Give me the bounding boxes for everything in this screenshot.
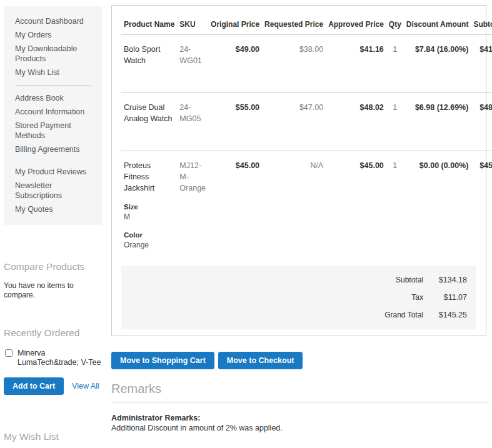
view-all-link[interactable]: View All (72, 382, 99, 391)
header-requested-price: Requested Price (262, 14, 326, 35)
wishlist-title: My Wish List (4, 431, 102, 442)
product-option-size: Size M (124, 202, 174, 222)
nav-divider (15, 85, 91, 86)
totals-row-grand-total: Grand Total $145.25 (121, 306, 476, 324)
cell-qty: 1 (386, 35, 404, 93)
header-sku: SKU (177, 14, 208, 35)
option-value: Orange (124, 241, 174, 250)
cell-approved-price: $41.16 (326, 35, 386, 93)
sidebar-item-my-product-reviews[interactable]: My Product Reviews (4, 165, 102, 179)
sidebar-item-my-quotes[interactable]: My Quotes (4, 202, 102, 216)
cell-requested-price: $47.00 (262, 93, 326, 151)
table-header-row: Product Name SKU Original Price Requeste… (121, 14, 492, 35)
totals-label: Grand Total (384, 311, 423, 319)
header-product-name: Product Name (121, 14, 177, 35)
table-row: Cruise Dual Analog Watch 24-MG05 $55.00 … (121, 93, 492, 151)
quote-items-table: Product Name SKU Original Price Requeste… (121, 14, 492, 257)
left-column: Account Dashboard My Orders My Downloada… (4, 0, 102, 448)
totals-row-tax: Tax $11.07 (121, 289, 476, 306)
cell-sku: MJ12-M-Orange (177, 151, 208, 258)
cell-product-name: Proteus Fitness Jackshirt Size M Color O… (121, 151, 177, 258)
quote-actions: Move to Shopping Cart Move to Checkout (111, 352, 489, 369)
sidebar-item-address-book[interactable]: Address Book (4, 91, 102, 105)
cell-approved-price: $48.02 (326, 93, 386, 151)
account-nav: Account Dashboard My Orders My Downloada… (4, 6, 102, 225)
compare-products-empty-text: You have no items to compare. (4, 281, 102, 300)
cell-subtotal: $48.02 (471, 93, 492, 151)
cell-subtotal: $41.16 (471, 35, 492, 93)
cell-requested-price: N/A (262, 151, 326, 258)
cell-subtotal: $45.00 (471, 151, 492, 258)
administrator-remarks-text: Additional Discount in amount of 2% was … (111, 423, 489, 433)
sidebar-item-account-information[interactable]: Account Information (4, 105, 102, 119)
add-to-cart-button[interactable]: Add to Cart (4, 377, 64, 395)
recently-ordered-actions: Add to Cart View All (4, 377, 102, 395)
header-original-price: Original Price (208, 14, 262, 35)
cell-original-price: $55.00 (208, 93, 262, 151)
totals-label: Tax (411, 293, 423, 302)
cell-sku: 24-MG05 (177, 93, 208, 151)
cell-product-name: Bolo Sport Watch (121, 35, 177, 93)
wishlist-block: My Wish List You have no items in your w… (4, 431, 102, 448)
totals-value: $134.18 (423, 276, 467, 284)
header-subtotal: Subtotal (471, 14, 492, 35)
nav-gap (4, 156, 102, 165)
cell-product-name: Cruise Dual Analog Watch (121, 93, 177, 151)
main-column: Product Name SKU Original Price Requeste… (111, 0, 489, 448)
cell-original-price: $45.00 (208, 151, 262, 258)
cell-qty: 1 (386, 151, 404, 258)
move-to-checkout-button[interactable]: Move to Checkout (218, 352, 303, 369)
compare-products-block: Compare Products You have no items to co… (4, 261, 102, 300)
remarks-title: Remarks (111, 381, 489, 402)
totals-value: $11.07 (423, 293, 467, 302)
totals-panel: Subtotal $134.18 Tax $11.07 Grand Total … (121, 266, 476, 329)
cell-original-price: $49.00 (208, 35, 262, 93)
sidebar-item-newsletter-subscriptions[interactable]: Newsletter Subscriptions (4, 179, 102, 202)
move-to-shopping-cart-button[interactable]: Move to Shopping Cart (111, 352, 214, 369)
cell-requested-price: $38.00 (262, 35, 326, 93)
product-name-text: Proteus Fitness Jackshirt (124, 161, 154, 192)
table-row: Proteus Fitness Jackshirt Size M Color O… (121, 151, 492, 258)
cell-discount-amount: $6.98 (12.69%) (404, 93, 471, 151)
page: Account Dashboard My Orders My Downloada… (0, 0, 492, 448)
sidebar-item-my-wish-list[interactable]: My Wish List (4, 66, 102, 79)
recently-ordered-title: Recently Ordered (4, 327, 102, 339)
recently-ordered-block: Recently Ordered Minerva LumaTech&trade;… (4, 327, 102, 395)
quote-items-panel: Product Name SKU Original Price Requeste… (111, 5, 486, 336)
totals-row-subtotal: Subtotal $134.18 (121, 271, 476, 289)
sidebar-item-my-orders[interactable]: My Orders (4, 28, 102, 42)
option-value: M (124, 212, 174, 222)
option-label: Color (124, 231, 174, 239)
sidebar-item-account-dashboard[interactable]: Account Dashboard (4, 14, 102, 28)
recently-ordered-item-label[interactable]: Minerva LumaTech&trade; V-Tee (18, 349, 102, 367)
header-discount-amount: Discount Amount (404, 14, 471, 35)
remarks-section: Remarks Administrator Remarks: Additiona… (111, 381, 489, 433)
cell-approved-price: $45.00 (326, 151, 386, 258)
header-qty: Qty (386, 14, 404, 35)
product-option-color: Color Orange (124, 231, 174, 250)
compare-products-title: Compare Products (4, 261, 102, 272)
administrator-remarks-label: Administrator Remarks: (111, 413, 489, 423)
totals-label: Subtotal (396, 276, 423, 284)
recently-ordered-item: Minerva LumaTech&trade; V-Tee (4, 349, 102, 367)
cell-discount-amount: $7.84 (16.00%) (404, 35, 471, 93)
sidebar-item-billing-agreements[interactable]: Billing Agreements (4, 142, 102, 156)
cell-sku: 24-WG01 (177, 35, 208, 93)
option-label: Size (124, 202, 174, 211)
totals-value: $145.25 (423, 311, 467, 319)
sidebar-item-stored-payment-methods[interactable]: Stored Payment Methods (4, 119, 102, 142)
table-row: Bolo Sport Watch 24-WG01 $49.00 $38.00 $… (121, 35, 492, 93)
administrator-remarks: Administrator Remarks: Additional Discou… (111, 413, 489, 433)
recently-ordered-item-checkbox[interactable] (5, 349, 13, 357)
header-approved-price: Approved Price (326, 14, 386, 35)
cell-qty: 1 (386, 93, 404, 151)
cell-discount-amount: $0.00 (0.00%) (404, 151, 471, 258)
sidebar-item-my-downloadable-products[interactable]: My Downloadable Products (4, 42, 102, 66)
